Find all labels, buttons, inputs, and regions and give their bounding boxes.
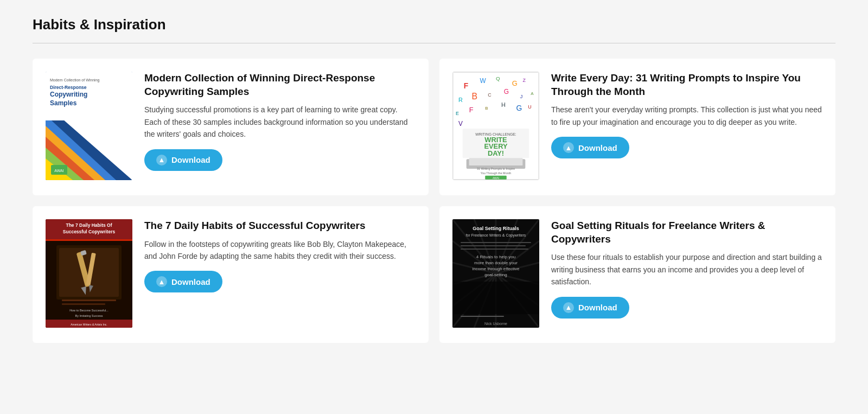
card-title-habits: The 7 Daily Habits of Successful Copywri… [144, 219, 416, 233]
svg-rect-48 [46, 239, 132, 241]
svg-text:By Imitating Success: By Imitating Success [75, 314, 103, 317]
svg-text:Copywriting: Copywriting [50, 91, 87, 98]
svg-text:F: F [464, 81, 468, 90]
svg-text:W: W [480, 77, 486, 85]
svg-text:V: V [458, 120, 463, 128]
download-icon-goals: ▲ [563, 302, 574, 313]
download-label-habits: Download [171, 277, 210, 286]
svg-text:Z: Z [522, 78, 526, 83]
svg-text:The 7 Daily Habits Of: The 7 Daily Habits Of [66, 222, 112, 228]
download-icon-write: ▲ [563, 142, 574, 153]
cover-habits-svg: The 7 Daily Habits Of Successful Copywri… [46, 219, 132, 328]
svg-text:Direct-Response: Direct-Response [50, 85, 87, 90]
svg-text:H: H [501, 101, 506, 108]
svg-rect-90 [461, 316, 504, 317]
svg-text:more than double your: more than double your [474, 260, 518, 265]
cover-write: F W Q G Z R B C G J A E F B H G U V WR [452, 72, 539, 180]
cover-copywriting-svg: Modern Collection of Winning Direct-Resp… [46, 72, 132, 180]
svg-text:You Through the Month: You Through the Month [481, 171, 511, 175]
download-button-habits[interactable]: ▲ Download [144, 271, 222, 292]
svg-text:goal-setting: goal-setting [484, 272, 507, 277]
svg-rect-82 [461, 242, 531, 243]
card-desc-habits: Follow in the footsteps of copywriting g… [144, 238, 416, 263]
download-icon-copywriting: ▲ [156, 155, 167, 165]
svg-text:Samples: Samples [50, 99, 77, 107]
download-label-copywriting: Download [171, 155, 210, 164]
card-daily-habits: The 7 Daily Habits Of Successful Copywri… [33, 206, 429, 343]
svg-text:Q: Q [496, 75, 500, 81]
svg-text:C: C [488, 92, 492, 98]
download-button-copywriting[interactable]: ▲ Download [144, 149, 222, 171]
card-write-every-day: F W Q G Z R B C G J A E F B H G U V WR [439, 59, 835, 195]
svg-text:E: E [456, 111, 459, 116]
cover-goals: Goal Setting Rituals for Freelance Write… [452, 219, 539, 328]
download-button-goals[interactable]: ▲ Download [551, 297, 629, 319]
svg-text:G: G [504, 88, 509, 95]
svg-rect-57 [62, 303, 105, 305]
svg-text:AWAI: AWAI [54, 169, 63, 173]
cover-goals-svg: Goal Setting Rituals for Freelance Write… [452, 219, 539, 328]
svg-text:G: G [512, 79, 518, 87]
card-body-write: Write Every Day: 31 Writing Prompts to I… [551, 72, 822, 158]
svg-text:American Writers & Artists Inc: American Writers & Artists Inc. [71, 323, 107, 326]
cards-grid: Modern Collection of Winning Direct-Resp… [33, 59, 835, 343]
card-title-write: Write Every Day: 31 Writing Prompts to I… [551, 72, 822, 98]
svg-text:for Freelance Writers & Copywr: for Freelance Writers & Copywriters [466, 233, 526, 238]
svg-text:AWAI: AWAI [493, 177, 499, 180]
download-icon-habits: ▲ [156, 276, 167, 287]
svg-rect-84 [461, 249, 528, 250]
section-title: Habits & Inspiration [33, 16, 835, 33]
cover-write-svg: F W Q G Z R B C G J A E F B H G U V WR [453, 72, 539, 180]
svg-text:G: G [516, 104, 522, 112]
svg-text:B: B [472, 92, 478, 101]
section-divider [33, 43, 835, 43]
svg-text:J: J [520, 93, 522, 99]
card-desc-write: These aren't your everyday writing promp… [551, 104, 822, 128]
svg-text:Modern Collection of Winning: Modern Collection of Winning [50, 78, 100, 82]
svg-rect-56 [62, 300, 116, 301]
cover-habits: The 7 Daily Habits Of Successful Copywri… [46, 219, 132, 328]
svg-text:Goal Setting Rituals: Goal Setting Rituals [473, 226, 519, 231]
svg-text:U: U [528, 104, 531, 110]
svg-text:DAY!: DAY! [488, 149, 504, 157]
svg-text:4 Rituals to help you: 4 Rituals to help you [476, 254, 516, 259]
card-desc-copywriting: Studying successful promotions is a key … [144, 104, 416, 140]
cover-copywriting: Modern Collection of Winning Direct-Resp… [46, 72, 132, 180]
card-copywriting-samples: Modern Collection of Winning Direct-Resp… [33, 59, 429, 195]
svg-rect-39 [469, 158, 523, 165]
svg-text:Successful Copywriters: Successful Copywriters [63, 229, 116, 234]
svg-text:R: R [458, 97, 463, 103]
download-label-goals: Download [578, 303, 617, 312]
svg-text:A: A [531, 91, 534, 96]
card-title-goals: Goal Setting Rituals for Freelance Write… [551, 219, 822, 246]
download-button-write[interactable]: ▲ Download [551, 137, 629, 158]
card-goal-setting: Goal Setting Rituals for Freelance Write… [439, 206, 835, 343]
svg-rect-83 [461, 245, 526, 246]
svg-rect-89 [452, 282, 539, 314]
card-body-copywriting: Modern Collection of Winning Direct-Resp… [144, 72, 416, 171]
card-desc-goals: Use these four rituals to establish your… [551, 251, 822, 288]
card-title-copywriting: Modern Collection of Winning Direct-Resp… [144, 72, 416, 98]
svg-text:income through effective: income through effective [472, 266, 520, 271]
card-body-goals: Goal Setting Rituals for Freelance Write… [551, 219, 822, 319]
svg-text:Nick Usborne: Nick Usborne [484, 322, 507, 326]
svg-text:B: B [485, 106, 488, 111]
svg-text:How to Become Successful...: How to Become Successful... [69, 309, 108, 312]
svg-text:F: F [469, 106, 474, 114]
download-label-write: Download [578, 143, 617, 152]
card-body-habits: The 7 Daily Habits of Successful Copywri… [144, 219, 416, 292]
svg-text:31 Writing Prompts to Inspire: 31 Writing Prompts to Inspire [477, 167, 515, 170]
